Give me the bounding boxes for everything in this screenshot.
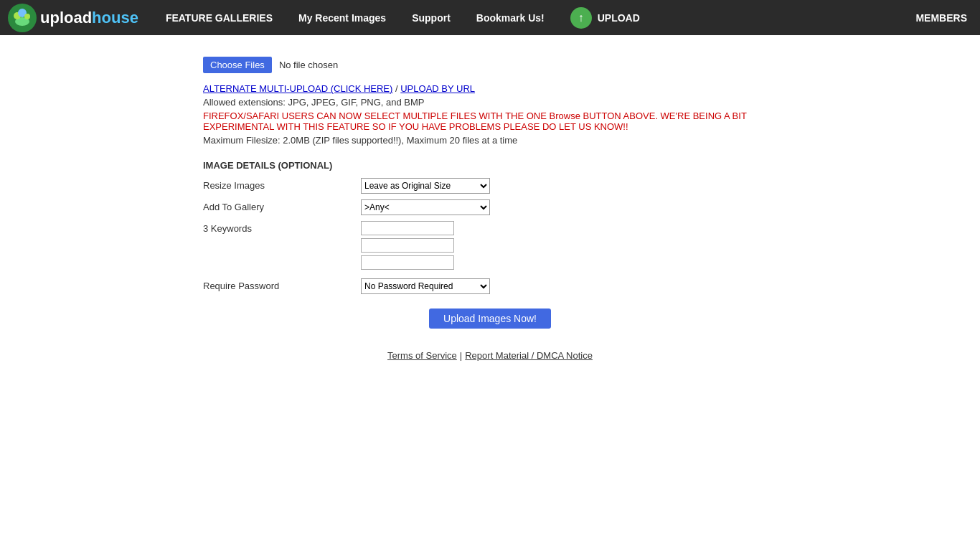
resize-control: Leave as Original Size 320x240 640x480 8…: [361, 178, 777, 194]
logo-icon: [7, 3, 37, 33]
nav-my-recent-images[interactable]: My Recent Images: [286, 0, 399, 35]
image-details-header: IMAGE DETAILS (OPTIONAL): [203, 160, 777, 171]
report-material-link[interactable]: Report Material / DMCA Notice: [465, 350, 593, 361]
nav-bookmark-us[interactable]: Bookmark Us!: [463, 0, 557, 35]
keywords-row: 3 Keywords: [203, 221, 777, 273]
svg-point-4: [24, 14, 30, 19]
keyword-input-1[interactable]: [361, 221, 454, 235]
links-row: ALTERNATE MULTI-UPLOAD (CLICK HERE) / UP…: [203, 83, 777, 94]
gallery-row: Add To Gallery >Any<: [203, 199, 777, 215]
warning-text: FIREFOX/SAFARI USERS CAN NOW SELECT MULT…: [203, 110, 777, 132]
upload-circle-icon: ↑: [570, 7, 592, 29]
nav-items: FEATURE GALLERIES My Recent Images Suppo…: [153, 0, 903, 35]
main-content: Choose Files No file chosen ALTERNATE MU…: [0, 35, 980, 382]
resize-select[interactable]: Leave as Original Size 320x240 640x480 8…: [361, 178, 490, 194]
allowed-extensions-text: Allowed extensions: JPG, JPEG, GIF, PNG,…: [203, 97, 777, 108]
choose-files-button[interactable]: Choose Files: [203, 57, 272, 73]
nav-feature-galleries[interactable]: FEATURE GALLERIES: [153, 0, 286, 35]
max-filesize-text: Maximum Filesize: 2.0MB (ZIP files suppo…: [203, 135, 777, 146]
nav-upload-text: UPLOAD: [598, 12, 640, 24]
password-select[interactable]: No Password Required: [361, 278, 490, 294]
keyword-input-3[interactable]: [361, 255, 454, 270]
logo-house-text: house: [92, 9, 138, 27]
no-file-chosen-text: No file chosen: [279, 60, 338, 70]
file-input-row: Choose Files No file chosen: [203, 57, 777, 73]
upload-arrow-icon: ↑: [578, 11, 584, 24]
password-control: No Password Required: [361, 278, 777, 294]
gallery-select[interactable]: >Any<: [361, 199, 490, 215]
gallery-control: >Any<: [361, 199, 777, 215]
password-row: Require Password No Password Required: [203, 278, 777, 294]
keywords-control: [361, 221, 777, 273]
logo-link[interactable]: uploadhouse: [0, 3, 146, 33]
footer-links: Terms of Service | Report Material / DMC…: [203, 350, 777, 361]
terms-of-service-link[interactable]: Terms of Service: [387, 350, 457, 361]
nav-upload[interactable]: ↑ UPLOAD: [557, 0, 653, 35]
logo-upload-text: upload: [40, 9, 92, 27]
navbar: uploadhouse FEATURE GALLERIES My Recent …: [0, 0, 980, 35]
nav-members[interactable]: MEMBERS: [903, 0, 980, 35]
footer-separator: |: [460, 350, 462, 361]
resize-images-row: Resize Images Leave as Original Size 320…: [203, 178, 777, 194]
upload-button-row: Upload Images Now!: [203, 309, 777, 329]
password-label: Require Password: [203, 278, 361, 291]
keywords-label: 3 Keywords: [203, 221, 361, 234]
upload-images-button[interactable]: Upload Images Now!: [429, 309, 551, 329]
gallery-label: Add To Gallery: [203, 199, 361, 212]
resize-label: Resize Images: [203, 178, 361, 191]
members-label: MEMBERS: [915, 12, 967, 24]
nav-support[interactable]: Support: [399, 0, 463, 35]
alternate-multi-upload-link[interactable]: ALTERNATE MULTI-UPLOAD (CLICK HERE): [203, 83, 392, 94]
keyword-input-2[interactable]: [361, 238, 454, 253]
upload-by-url-link[interactable]: UPLOAD BY URL: [400, 83, 475, 94]
